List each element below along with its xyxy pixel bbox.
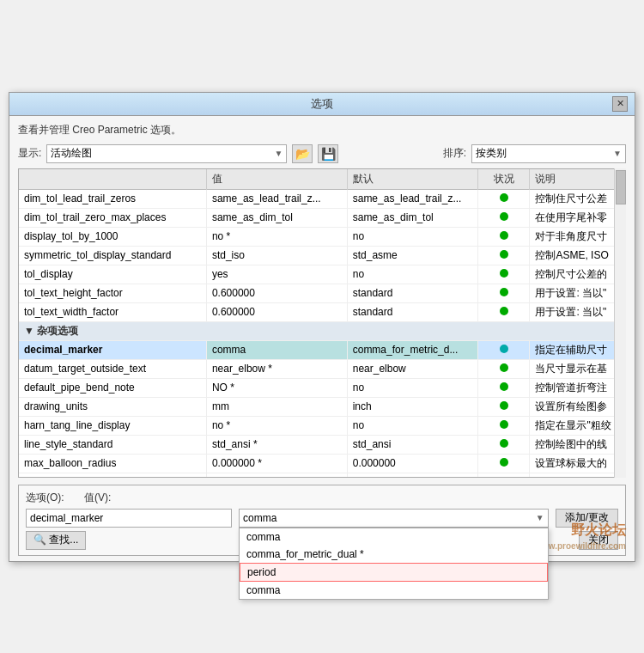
table-row[interactable]: drawing_unitsmminch设置所有绘图参 bbox=[19, 397, 625, 416]
cell-status bbox=[478, 454, 530, 473]
cell-name: tol_text_height_factor bbox=[19, 284, 206, 302]
status-dot-green bbox=[500, 401, 508, 410]
cell-value: mm bbox=[206, 397, 347, 416]
cell-default: no bbox=[347, 378, 478, 397]
sort-combo[interactable]: 按类别 ▼ bbox=[471, 144, 626, 163]
vertical-scrollbar[interactable] bbox=[614, 168, 626, 478]
cell-desc: 当尺寸显示在基 bbox=[530, 359, 625, 378]
dialog-title: 选项 bbox=[32, 96, 612, 112]
cell-value: no * bbox=[206, 227, 347, 246]
cell-default: standard bbox=[347, 302, 478, 321]
cell-desc: 控制ASME, ISO bbox=[530, 246, 625, 265]
table-row[interactable]: default_pipe_bend_noteNO *no控制管道折弯注 bbox=[19, 378, 625, 397]
option-label: 选项(O): bbox=[26, 491, 77, 505]
cell-status bbox=[478, 416, 530, 435]
cell-value: 0.600000 bbox=[206, 302, 347, 321]
cell-name: display_tol_by_1000 bbox=[19, 227, 206, 246]
table-row[interactable]: datum_target_outside_textnear_elbow *nea… bbox=[19, 359, 625, 378]
status-dot-green bbox=[500, 269, 508, 278]
cell-status bbox=[478, 359, 530, 378]
cell-desc: 用于设置: 当以" bbox=[530, 302, 625, 321]
option-input[interactable] bbox=[26, 509, 232, 528]
table-row[interactable]: display_tol_by_1000no *no对于非角度尺寸 bbox=[19, 227, 625, 246]
table-row[interactable]: tol_text_height_factor0.600000standard用于… bbox=[19, 284, 625, 302]
cell-desc: 控制尺寸公差的 bbox=[530, 265, 625, 284]
cell-desc: 设置球标最大的 bbox=[530, 454, 625, 473]
cell-value: no * bbox=[206, 416, 347, 435]
cell-default: comma_for_metric_d... bbox=[347, 340, 478, 359]
cell-value: 0.600000 bbox=[206, 284, 347, 302]
cell-status bbox=[478, 208, 530, 227]
cell-name: datum_target_outside_text bbox=[19, 359, 206, 378]
sort-combo-value: 按类别 bbox=[476, 146, 507, 161]
close-icon[interactable]: ✕ bbox=[612, 96, 628, 112]
options-dialog: 选项 ✕ 查看并管理 Creo Parametric 选项。 显示: 活动绘图 … bbox=[9, 92, 635, 562]
sort-label: 排序: bbox=[443, 146, 466, 161]
cell-name: symmetric_tol_display_standard bbox=[19, 246, 206, 265]
status-dot-green bbox=[500, 382, 508, 391]
cell-default: near_elbow bbox=[347, 359, 478, 378]
cell-default: no bbox=[347, 265, 478, 284]
table-row[interactable]: tol_text_width_factor0.600000standard用于设… bbox=[19, 302, 625, 321]
col-header-status: 状况 bbox=[478, 169, 530, 190]
display-label: 显示: bbox=[18, 146, 41, 161]
value-combo[interactable]: comma ▼ bbox=[239, 509, 549, 528]
cell-desc: 用于设置: 当以" bbox=[530, 284, 625, 302]
cell-value: near_elbow * bbox=[206, 359, 347, 378]
scrollbar-thumb[interactable] bbox=[616, 170, 626, 204]
table-row[interactable]: harn_tang_line_displayno *no指定在显示"粗绞 bbox=[19, 416, 625, 435]
open-file-button[interactable]: 📂 bbox=[292, 144, 313, 163]
cell-default: inch bbox=[347, 397, 478, 416]
display-combo[interactable]: 活动绘图 ▼ bbox=[46, 144, 287, 163]
cell-name: default_pipe_bend_note bbox=[19, 378, 206, 397]
status-dot-green bbox=[500, 250, 508, 259]
status-dot-green bbox=[500, 288, 508, 296]
table-row[interactable]: symmetric_tol_display_standardstd_isostd… bbox=[19, 246, 625, 265]
cell-value: std_iso bbox=[206, 246, 347, 265]
value-label: 值(V): bbox=[84, 491, 136, 505]
close-dialog-button[interactable]: 关闭 bbox=[579, 531, 618, 550]
display-combo-value: 活动绘图 bbox=[51, 146, 92, 161]
dd-item-comma-for-metric[interactable]: comma_for_metric_dual * bbox=[240, 546, 548, 563]
cell-desc: 指定在辅助尺寸 bbox=[530, 340, 625, 359]
cell-desc: 设置球标最小的 bbox=[530, 473, 625, 478]
cell-status bbox=[478, 265, 530, 284]
dd-item-period[interactable]: period bbox=[240, 563, 548, 582]
table-row[interactable]: tol_displayyesno控制尺寸公差的 bbox=[19, 265, 625, 284]
table-header-row: 值 默认 状况 说明 bbox=[19, 169, 625, 190]
table-row[interactable]: dim_tol_trail_zero_max_placessame_as_dim… bbox=[19, 208, 625, 227]
cell-name: decimal_marker bbox=[19, 340, 206, 359]
status-dot-green bbox=[500, 212, 508, 221]
table-wrapper: 值 默认 状况 说明 dim_tol_lead_trail_zerossame_… bbox=[18, 168, 626, 478]
status-dot-green bbox=[500, 363, 508, 372]
table-body: dim_tol_lead_trail_zerossame_as_lead_tra… bbox=[19, 189, 625, 478]
cell-status bbox=[478, 473, 530, 478]
cell-status bbox=[478, 397, 530, 416]
table-row[interactable]: ▼ 杂项选项 bbox=[19, 321, 625, 340]
cell-default: std_asme bbox=[347, 246, 478, 265]
cell-value: comma bbox=[206, 340, 347, 359]
search-button[interactable]: 🔍 查找... bbox=[26, 531, 86, 550]
table-row[interactable]: max_balloon_radius0.000000 *0.000000设置球标… bbox=[19, 454, 625, 473]
save-button[interactable]: 💾 bbox=[318, 144, 338, 163]
status-dot-green bbox=[500, 231, 508, 240]
table-row[interactable]: decimal_markercommacomma_for_metric_d...… bbox=[19, 340, 625, 359]
cell-default: no bbox=[347, 416, 478, 435]
input-row: comma ▼ comma comma_for_metric_dual * pe… bbox=[26, 509, 618, 528]
table-row[interactable]: dim_tol_lead_trail_zerossame_as_lead_tra… bbox=[19, 189, 625, 208]
cell-status bbox=[478, 284, 530, 302]
table-row[interactable]: line_style_standardstd_ansi *std_ansi控制绘… bbox=[19, 435, 625, 454]
cell-name: dim_tol_trail_zero_max_places bbox=[19, 208, 206, 227]
add-change-button[interactable]: 添加/更改 bbox=[556, 509, 618, 528]
table-container[interactable]: 值 默认 状况 说明 dim_tol_lead_trail_zerossame_… bbox=[18, 168, 626, 478]
title-bar: 选项 ✕ bbox=[9, 93, 635, 116]
col-header-name bbox=[19, 169, 206, 190]
value-dropdown[interactable]: comma comma_for_metric_dual * period com… bbox=[239, 528, 549, 600]
toolbar-row: 显示: 活动绘图 ▼ 📂 💾 排序: 按类别 ▼ bbox=[18, 144, 626, 163]
dd-item-comma-top[interactable]: comma bbox=[240, 528, 548, 546]
table-row[interactable]: min_balloon_radius0.000000 *0.000000设置球标… bbox=[19, 473, 625, 478]
cell-default: std_ansi bbox=[347, 435, 478, 454]
status-dot-teal bbox=[500, 345, 508, 353]
status-dot-green bbox=[500, 420, 508, 429]
dd-item-comma-bottom[interactable]: comma bbox=[240, 582, 548, 599]
